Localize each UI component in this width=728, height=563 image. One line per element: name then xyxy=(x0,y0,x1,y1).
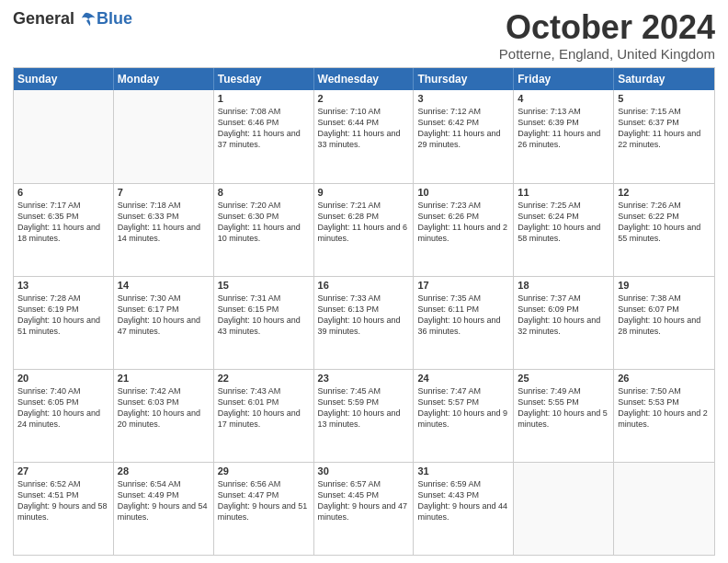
cal-cell-w1-d0 xyxy=(14,90,114,183)
day-number: 19 xyxy=(618,280,711,291)
daylight-text: Daylight: 11 hours and 14 minutes. xyxy=(118,222,210,244)
cal-cell-w3-d5: 18Sunrise: 7:37 AMSunset: 6:09 PMDayligh… xyxy=(514,277,614,369)
cal-cell-w5-d5 xyxy=(514,463,614,555)
sunset-text: Sunset: 5:59 PM xyxy=(318,396,410,408)
calendar: Sunday Monday Tuesday Wednesday Thursday… xyxy=(13,67,715,556)
sunrise-text: Sunrise: 7:42 AM xyxy=(118,385,210,396)
daylight-text: Daylight: 11 hours and 29 minutes. xyxy=(417,128,509,150)
week-row-5: 27Sunrise: 6:52 AMSunset: 4:51 PMDayligh… xyxy=(14,462,714,555)
sunset-text: Sunset: 6:01 PM xyxy=(218,396,310,408)
sunset-text: Sunset: 6:03 PM xyxy=(118,396,210,408)
cal-cell-w2-d2: 8Sunrise: 7:20 AMSunset: 6:30 PMDaylight… xyxy=(214,184,314,276)
sunset-text: Sunset: 6:37 PM xyxy=(618,117,711,128)
cal-cell-w3-d1: 14Sunrise: 7:30 AMSunset: 6:17 PMDayligh… xyxy=(114,277,214,369)
logo-bird-icon xyxy=(76,11,97,28)
day-number: 18 xyxy=(518,280,609,291)
cal-cell-w5-d0: 27Sunrise: 6:52 AMSunset: 4:51 PMDayligh… xyxy=(14,463,114,555)
daylight-text: Daylight: 11 hours and 2 minutes. xyxy=(417,222,509,244)
day-number: 25 xyxy=(518,373,609,384)
cal-cell-w4-d6: 26Sunrise: 7:50 AMSunset: 5:53 PMDayligh… xyxy=(614,370,714,462)
sunrise-text: Sunrise: 7:15 AM xyxy=(618,106,711,117)
day-number: 17 xyxy=(417,280,509,291)
daylight-text: Daylight: 10 hours and 51 minutes. xyxy=(17,315,109,337)
cal-cell-w2-d0: 6Sunrise: 7:17 AMSunset: 6:35 PMDaylight… xyxy=(14,184,114,276)
sunrise-text: Sunrise: 7:40 AM xyxy=(17,385,109,396)
daylight-text: Daylight: 11 hours and 22 minutes. xyxy=(618,128,711,150)
day-number: 15 xyxy=(218,280,310,291)
calendar-header: Sunday Monday Tuesday Wednesday Thursday… xyxy=(14,68,714,90)
sunrise-text: Sunrise: 7:23 AM xyxy=(417,200,509,211)
day-number: 14 xyxy=(118,280,210,291)
daylight-text: Daylight: 11 hours and 10 minutes. xyxy=(218,222,310,244)
sunrise-text: Sunrise: 7:31 AM xyxy=(218,293,310,304)
day-number: 23 xyxy=(318,373,410,384)
sunset-text: Sunset: 5:55 PM xyxy=(518,396,609,408)
sunrise-text: Sunrise: 7:50 AM xyxy=(618,385,711,396)
sunrise-text: Sunrise: 7:38 AM xyxy=(618,293,711,304)
location: Potterne, England, United Kingdom xyxy=(499,46,715,62)
day-number: 3 xyxy=(417,93,509,104)
sunset-text: Sunset: 6:17 PM xyxy=(118,304,210,315)
sunrise-text: Sunrise: 7:47 AM xyxy=(417,385,509,396)
daylight-text: Daylight: 10 hours and 28 minutes. xyxy=(618,315,711,337)
header-thursday: Thursday xyxy=(414,68,514,90)
day-number: 7 xyxy=(118,187,210,198)
sunrise-text: Sunrise: 7:28 AM xyxy=(17,293,109,304)
cal-cell-w3-d0: 13Sunrise: 7:28 AMSunset: 6:19 PMDayligh… xyxy=(14,277,114,369)
cal-cell-w4-d4: 24Sunrise: 7:47 AMSunset: 5:57 PMDayligh… xyxy=(414,370,514,462)
daylight-text: Daylight: 10 hours and 17 minutes. xyxy=(218,408,310,430)
daylight-text: Daylight: 11 hours and 33 minutes. xyxy=(318,128,410,150)
cal-cell-w1-d1 xyxy=(114,90,214,183)
day-number: 11 xyxy=(518,187,609,198)
logo-text: General Blue xyxy=(13,9,132,29)
sunrise-text: Sunrise: 7:35 AM xyxy=(417,293,509,304)
sunrise-text: Sunrise: 7:45 AM xyxy=(318,385,410,396)
daylight-text: Daylight: 11 hours and 6 minutes. xyxy=(318,222,410,244)
header-wednesday: Wednesday xyxy=(314,68,415,90)
day-number: 28 xyxy=(118,465,210,477)
sunset-text: Sunset: 6:11 PM xyxy=(417,304,509,315)
day-number: 22 xyxy=(218,373,310,384)
daylight-text: Daylight: 9 hours and 47 minutes. xyxy=(318,500,410,523)
sunrise-text: Sunrise: 6:52 AM xyxy=(17,478,109,489)
day-number: 24 xyxy=(417,373,509,384)
daylight-text: Daylight: 10 hours and 58 minutes. xyxy=(518,222,609,244)
sunset-text: Sunset: 6:44 PM xyxy=(318,117,410,128)
day-number: 16 xyxy=(318,280,410,291)
logo-general: General xyxy=(13,9,74,29)
sunset-text: Sunset: 6:09 PM xyxy=(518,304,609,315)
sunrise-text: Sunrise: 6:54 AM xyxy=(118,478,210,489)
sunset-text: Sunset: 4:47 PM xyxy=(218,489,310,500)
sunset-text: Sunset: 6:39 PM xyxy=(518,117,609,128)
sunrise-text: Sunrise: 7:25 AM xyxy=(518,200,609,211)
sunset-text: Sunset: 6:30 PM xyxy=(218,211,310,222)
sunset-text: Sunset: 5:53 PM xyxy=(618,396,711,408)
cal-cell-w2-d3: 9Sunrise: 7:21 AMSunset: 6:28 PMDaylight… xyxy=(314,184,415,276)
sunrise-text: Sunrise: 7:13 AM xyxy=(518,106,609,117)
daylight-text: Daylight: 9 hours and 54 minutes. xyxy=(118,500,210,523)
cal-cell-w4-d2: 22Sunrise: 7:43 AMSunset: 6:01 PMDayligh… xyxy=(214,370,314,462)
week-row-2: 6Sunrise: 7:17 AMSunset: 6:35 PMDaylight… xyxy=(14,183,714,276)
day-number: 10 xyxy=(417,187,509,198)
logo-blue: Blue xyxy=(97,9,132,29)
sunset-text: Sunset: 6:46 PM xyxy=(218,117,310,128)
sunset-text: Sunset: 6:05 PM xyxy=(17,396,109,408)
sunrise-text: Sunrise: 7:08 AM xyxy=(218,106,310,117)
cal-cell-w3-d2: 15Sunrise: 7:31 AMSunset: 6:15 PMDayligh… xyxy=(214,277,314,369)
header-friday: Friday xyxy=(514,68,614,90)
day-number: 13 xyxy=(17,280,109,291)
sunrise-text: Sunrise: 7:33 AM xyxy=(318,293,410,304)
week-row-1: 1Sunrise: 7:08 AMSunset: 6:46 PMDaylight… xyxy=(14,90,714,183)
sunrise-text: Sunrise: 7:26 AM xyxy=(618,200,711,211)
day-number: 6 xyxy=(17,187,109,198)
day-number: 4 xyxy=(518,93,609,104)
daylight-text: Daylight: 10 hours and 5 minutes. xyxy=(518,408,609,430)
calendar-body: 1Sunrise: 7:08 AMSunset: 6:46 PMDaylight… xyxy=(14,90,714,555)
daylight-text: Daylight: 9 hours and 58 minutes. xyxy=(17,500,109,523)
title-section: October 2024 Potterne, England, United K… xyxy=(499,9,715,62)
day-number: 5 xyxy=(618,93,711,104)
cal-cell-w5-d6 xyxy=(614,463,714,555)
day-number: 29 xyxy=(218,465,310,477)
daylight-text: Daylight: 9 hours and 44 minutes. xyxy=(417,500,509,523)
daylight-text: Daylight: 11 hours and 37 minutes. xyxy=(218,128,310,150)
